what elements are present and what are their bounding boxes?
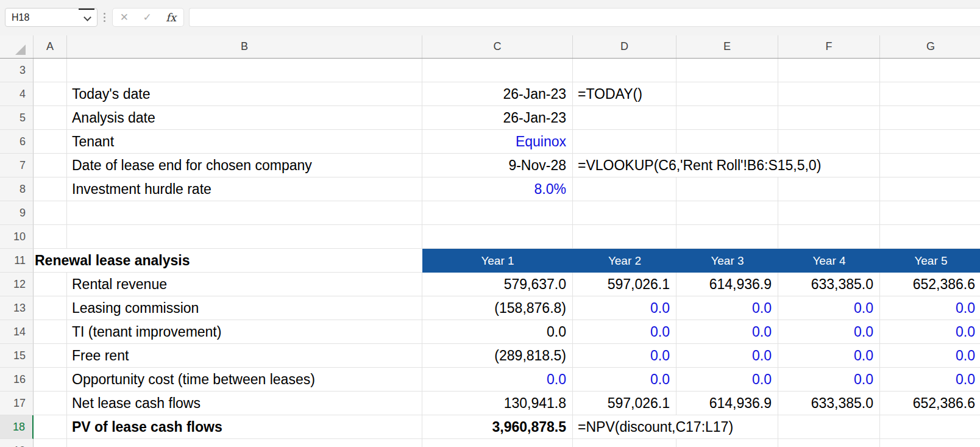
column-header-F[interactable]: F — [778, 35, 880, 58]
cell-G11[interactable]: Year 5 — [880, 249, 980, 273]
cell-F11[interactable]: Year 4 — [778, 249, 880, 273]
cell-B13[interactable]: Leasing commission — [67, 296, 422, 320]
cell-B8[interactable]: Investment hurdle rate — [67, 177, 422, 201]
cell-D15[interactable]: 0.0 — [573, 344, 676, 368]
column-header-B[interactable]: B — [67, 35, 422, 58]
cell-E14[interactable]: 0.0 — [676, 320, 778, 344]
cell-G16[interactable]: 0.0 — [880, 368, 980, 392]
name-box[interactable]: H18 — [5, 8, 98, 27]
cell-C7[interactable]: 9-Nov-28 — [422, 154, 573, 177]
row-header-11[interactable]: 11 — [0, 249, 34, 273]
cell-C15[interactable]: (289,818.5) — [422, 344, 573, 368]
cell-G17[interactable]: 652,386.6 — [880, 392, 980, 415]
cell-D10[interactable] — [573, 225, 676, 249]
row-header-4[interactable]: 4 — [0, 82, 34, 106]
cell-F12[interactable]: 633,385.0 — [778, 273, 880, 296]
cell-D6[interactable] — [573, 130, 676, 154]
cell-F18[interactable] — [778, 415, 880, 439]
cell-B4[interactable]: Today's date — [67, 82, 422, 106]
cell-G8[interactable] — [880, 177, 980, 201]
cell-G18[interactable] — [880, 415, 980, 439]
insert-function-icon[interactable]: fx — [166, 11, 176, 24]
cell-C13[interactable]: (158,876.8) — [422, 296, 573, 320]
cell-G7[interactable] — [880, 154, 980, 177]
cell-D17[interactable]: 597,026.1 — [573, 392, 676, 415]
cell-A16[interactable] — [34, 368, 67, 392]
row-header-10[interactable]: 10 — [0, 225, 34, 249]
cell-E11[interactable]: Year 3 — [676, 249, 778, 273]
cell-D7[interactable]: =VLOOKUP(C6,'Rent Roll'!B6:S15,5,0) — [573, 154, 880, 177]
cell-E3[interactable] — [676, 59, 778, 82]
cell-B18[interactable]: PV of lease cash flows — [67, 415, 422, 439]
cell-C9[interactable] — [422, 201, 573, 225]
cell-D13[interactable]: 0.0 — [573, 296, 676, 320]
cell-D19[interactable] — [573, 439, 676, 447]
cell-C3[interactable] — [422, 59, 573, 82]
cell-D11[interactable]: Year 2 — [573, 249, 676, 273]
cell-G4[interactable] — [880, 82, 980, 106]
cell-A10[interactable] — [34, 225, 67, 249]
cell-F9[interactable] — [778, 201, 880, 225]
cell-F19[interactable] — [778, 439, 880, 447]
cell-G9[interactable] — [880, 201, 980, 225]
cell-A19[interactable] — [34, 439, 67, 447]
column-header-A[interactable]: A — [34, 35, 67, 58]
cell-D12[interactable]: 597,026.1 — [573, 273, 676, 296]
cell-C6[interactable]: Equinox — [422, 130, 573, 154]
cell-C4[interactable]: 26-Jan-23 — [422, 82, 573, 106]
cell-E16[interactable]: 0.0 — [676, 368, 778, 392]
cell-F13[interactable]: 0.0 — [778, 296, 880, 320]
enter-icon[interactable]: ✓ — [143, 11, 152, 24]
cell-E12[interactable]: 614,936.9 — [676, 273, 778, 296]
cell-A6[interactable] — [34, 130, 67, 154]
cell-E8[interactable] — [676, 177, 778, 201]
cell-A7[interactable] — [34, 154, 67, 177]
row-header-17[interactable]: 17 — [0, 392, 34, 415]
cell-E17[interactable]: 614,936.9 — [676, 392, 778, 415]
cell-B12[interactable]: Rental revenue — [67, 273, 422, 296]
cell-D4[interactable]: =TODAY() — [573, 82, 676, 106]
cell-D3[interactable] — [573, 59, 676, 82]
cell-A3[interactable] — [34, 59, 67, 82]
cell-A12[interactable] — [34, 273, 67, 296]
column-header-E[interactable]: E — [676, 35, 778, 58]
cell-D18[interactable]: =NPV(discount,C17:L17) — [573, 415, 778, 439]
cell-B14[interactable]: TI (tenant improvement) — [67, 320, 422, 344]
cell-G12[interactable]: 652,386.6 — [880, 273, 980, 296]
cell-G14[interactable]: 0.0 — [880, 320, 980, 344]
cell-B16[interactable]: Opportunity cost (time between leases) — [67, 368, 422, 392]
cell-E10[interactable] — [676, 225, 778, 249]
cell-C18[interactable]: 3,960,878.5 — [422, 415, 573, 439]
cell-A9[interactable] — [34, 201, 67, 225]
cell-G13[interactable]: 0.0 — [880, 296, 980, 320]
cell-C8[interactable]: 8.0% — [422, 177, 573, 201]
cell-D5[interactable] — [573, 106, 676, 130]
cell-C17[interactable]: 130,941.8 — [422, 392, 573, 415]
cell-F17[interactable]: 633,385.0 — [778, 392, 880, 415]
cell-D16[interactable]: 0.0 — [573, 368, 676, 392]
row-header-6[interactable]: 6 — [0, 130, 34, 154]
row-header-9[interactable]: 9 — [0, 201, 34, 225]
cell-A17[interactable] — [34, 392, 67, 415]
cell-E9[interactable] — [676, 201, 778, 225]
row-header-18[interactable]: 18 — [0, 415, 34, 439]
cell-C16[interactable]: 0.0 — [422, 368, 573, 392]
cell-A8[interactable] — [34, 177, 67, 201]
cell-F3[interactable] — [778, 59, 880, 82]
cell-F16[interactable]: 0.0 — [778, 368, 880, 392]
cell-E13[interactable]: 0.0 — [676, 296, 778, 320]
cell-B9[interactable] — [67, 201, 422, 225]
cell-A15[interactable] — [34, 344, 67, 368]
cell-G10[interactable] — [880, 225, 980, 249]
cell-D14[interactable]: 0.0 — [573, 320, 676, 344]
cell-F10[interactable] — [778, 225, 880, 249]
cell-C10[interactable] — [422, 225, 573, 249]
row-header-3[interactable]: 3 — [0, 59, 34, 82]
row-header-19[interactable]: 19 — [0, 439, 34, 447]
cell-C11[interactable]: Year 1 — [422, 249, 573, 273]
cell-B19[interactable] — [67, 439, 422, 447]
cell-A13[interactable] — [34, 296, 67, 320]
cell-F14[interactable]: 0.0 — [778, 320, 880, 344]
cell-A14[interactable] — [34, 320, 67, 344]
cell-B3[interactable] — [67, 59, 422, 82]
